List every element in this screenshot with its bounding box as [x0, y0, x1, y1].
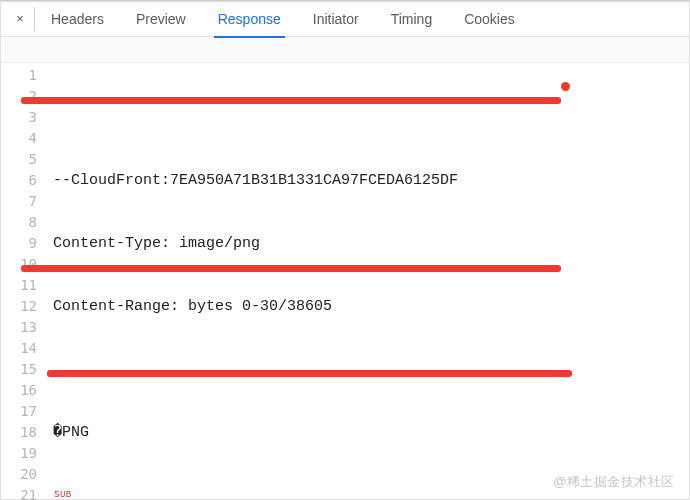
sub-toolbar [1, 37, 689, 63]
code-line: �PNG [53, 422, 689, 443]
response-body[interactable]: 1234567 891011121314 15161718192021 --Cl… [1, 63, 689, 500]
line-gutter: 1234567 891011121314 15161718192021 [1, 65, 45, 500]
tab-label: Initiator [313, 11, 359, 27]
tab-timing[interactable]: Timing [375, 1, 449, 37]
tabbar: × Headers Preview Response Initiator Tim… [1, 1, 689, 37]
code-line [53, 107, 689, 128]
tab-label: Cookies [464, 11, 515, 27]
watermark: @稀土掘金技术社区 [553, 473, 675, 491]
code-line: --CloudFront:7EA950A71B31B1331CA97FCEDA6… [53, 170, 689, 191]
network-response-panel: × Headers Preview Response Initiator Tim… [0, 0, 690, 500]
tab-label: Timing [391, 11, 433, 27]
tab-label: Preview [136, 11, 186, 27]
code-line [53, 359, 689, 380]
tab-headers[interactable]: Headers [35, 1, 120, 37]
tab-response[interactable]: Response [202, 1, 297, 37]
tab-label: Headers [51, 11, 104, 27]
code-lines: --CloudFront:7EA950A71B31B1331CA97FCEDA6… [53, 65, 689, 500]
control-char: SUB [53, 485, 73, 500]
code-line: Content-Range: bytes 0-30/38605 [53, 296, 689, 317]
tab-initiator[interactable]: Initiator [297, 1, 375, 37]
close-button[interactable]: × [5, 1, 35, 37]
close-icon: × [16, 11, 24, 26]
tab-cookies[interactable]: Cookies [448, 1, 531, 37]
tab-label: Response [218, 11, 281, 27]
code-line: Content-Type: image/png [53, 233, 689, 254]
tab-preview[interactable]: Preview [120, 1, 202, 37]
